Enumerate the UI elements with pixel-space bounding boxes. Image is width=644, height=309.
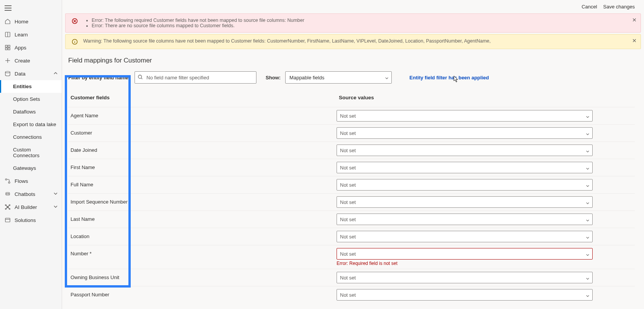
chevron-down-icon <box>586 201 590 206</box>
sub-label: Dataflows <box>13 109 36 115</box>
source-value-select[interactable]: Not set <box>337 196 593 208</box>
warning-alert: Warning: The following source file colum… <box>65 34 641 49</box>
sidebar-item-entities[interactable]: Entities <box>0 80 62 93</box>
chevron-down-icon <box>586 166 590 172</box>
sub-label: Connections <box>13 134 42 140</box>
svg-point-12 <box>5 179 7 180</box>
nav-label: Home <box>15 19 28 25</box>
flow-icon <box>5 178 11 184</box>
filter-label: Filter by entity field name: <box>68 75 130 81</box>
source-value-select[interactable]: Not set <box>337 145 593 156</box>
sidebar-item-export-lake[interactable]: Export to data lake <box>0 118 62 131</box>
field-name-label: Last Name <box>68 214 337 225</box>
sub-label: Gateways <box>13 165 36 171</box>
svg-point-34 <box>138 75 142 79</box>
book-icon <box>5 31 11 38</box>
chevron-down-icon <box>586 252 590 258</box>
source-value-select[interactable]: Not set <box>337 214 593 225</box>
sidebar-item-dataflows[interactable]: Dataflows <box>0 105 62 118</box>
source-value-select[interactable]: Not set <box>337 110 593 122</box>
hamburger-menu-button[interactable] <box>0 2 62 15</box>
chevron-down-icon <box>586 183 590 189</box>
source-value-select[interactable]: Not set <box>337 162 593 173</box>
table-row: Agent NameNot set <box>68 107 635 124</box>
source-value-select[interactable]: Not set <box>337 289 593 301</box>
table-row: CustomerNot set <box>68 124 635 141</box>
chatbot-icon <box>5 191 11 197</box>
cancel-button[interactable]: Cancel <box>582 4 597 10</box>
source-value-select[interactable]: Not set <box>337 231 593 242</box>
nav-flows[interactable]: Flows <box>0 174 62 187</box>
grid-icon <box>5 44 11 51</box>
sidebar-item-connections[interactable]: Connections <box>0 131 62 143</box>
field-name-label: Owning Business Unit <box>68 272 337 283</box>
source-value-select[interactable]: Not set <box>337 127 593 139</box>
table-row: Date JoinedNot set <box>68 141 635 159</box>
svg-line-22 <box>6 205 8 207</box>
close-warning-button[interactable]: ✕ <box>632 38 637 44</box>
nav-apps[interactable]: Apps <box>0 41 62 54</box>
svg-rect-7 <box>5 48 7 50</box>
filter-input[interactable] <box>135 71 256 84</box>
plus-icon <box>5 58 11 64</box>
nav-label: Flows <box>15 178 28 184</box>
svg-rect-1 <box>5 8 12 8</box>
home-icon <box>5 18 11 25</box>
nav-data[interactable]: Data <box>0 67 62 80</box>
error-alert: Error: The following required Customer f… <box>65 13 641 33</box>
th-source-values: Source values <box>337 93 635 104</box>
warning-text: Warning: The following source file colum… <box>83 38 491 44</box>
top-action-bar: Cancel Save changes <box>62 0 644 13</box>
save-changes-button[interactable]: Save changes <box>603 4 635 10</box>
nav-learn[interactable]: Learn <box>0 28 62 41</box>
source-value-select[interactable]: Not set <box>337 179 593 191</box>
show-select-value: Mappable fields <box>289 75 324 81</box>
svg-rect-26 <box>5 218 10 222</box>
table-row: First NameNot set <box>68 159 635 176</box>
table-row: Passport NumberNot set <box>68 286 635 303</box>
sub-label: Entities <box>13 84 32 89</box>
chevron-down-icon <box>385 76 389 81</box>
table-row: Number *Not setError: Required field is … <box>68 245 635 269</box>
sidebar-item-gateways[interactable]: Gateways <box>0 162 62 174</box>
sidebar-item-option-sets[interactable]: Option Sets <box>0 93 62 105</box>
chevron-down-icon <box>586 131 590 137</box>
chevron-down-icon <box>586 149 590 154</box>
chevron-down-icon <box>586 293 590 299</box>
nav-home[interactable]: Home <box>0 15 62 28</box>
th-customer-fields: Customer fields <box>68 93 337 104</box>
mapping-table: Customer fields Source values Agent Name… <box>68 90 635 303</box>
close-error-button[interactable]: ✕ <box>632 17 637 23</box>
nav-solutions[interactable]: Solutions <box>0 214 62 227</box>
error-text-1: Error: The following required Customer f… <box>92 18 304 23</box>
source-value-select[interactable]: Not set <box>337 248 593 260</box>
error-text-2: Error: There are no source file columns … <box>92 23 304 28</box>
sub-label: Custom Connectors <box>13 147 39 158</box>
svg-line-25 <box>8 207 10 209</box>
nav-label: Chatbots <box>15 191 35 197</box>
field-name-label: Date Joined <box>68 145 337 156</box>
nav-create[interactable]: Create <box>0 54 62 67</box>
nav-label: Solutions <box>15 217 36 223</box>
source-value-select[interactable]: Not set <box>337 272 593 283</box>
svg-point-11 <box>5 71 10 73</box>
chevron-down-icon <box>53 191 58 197</box>
filter-status: Entity field filter has been applied <box>409 75 489 81</box>
svg-rect-5 <box>5 45 7 47</box>
table-row: Owning Business UnitNot set <box>68 269 635 286</box>
chevron-down-icon <box>53 204 58 210</box>
table-row: Full NameNot set <box>68 176 635 193</box>
svg-rect-0 <box>5 5 12 6</box>
show-select[interactable]: Mappable fields <box>285 71 392 84</box>
sidebar: Home Learn Apps Create Data Entities Opt… <box>0 0 62 309</box>
show-label: Show: <box>266 75 281 81</box>
sidebar-item-custom-connectors[interactable]: Custom Connectors <box>0 143 62 162</box>
chevron-down-icon <box>586 114 590 120</box>
nav-chatbots[interactable]: Chatbots <box>0 187 62 201</box>
nav-ai-builder[interactable]: AI Builder <box>0 201 62 214</box>
ai-icon <box>5 204 11 210</box>
svg-point-16 <box>8 194 9 194</box>
error-icon <box>72 18 78 24</box>
field-name-label: Passport Number <box>68 289 337 300</box>
svg-rect-2 <box>5 10 12 11</box>
